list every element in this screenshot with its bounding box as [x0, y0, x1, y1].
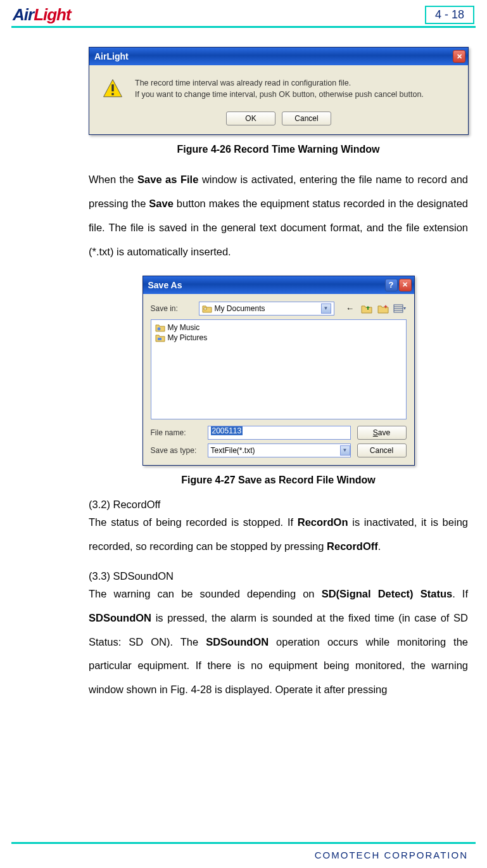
section-32-heading: (3.2) RecordOff [89, 499, 468, 511]
dialog-line2: If you want to change time interval, pus… [135, 89, 424, 101]
savetype-row: Save as type: TextFile(*.txt) ▼ Cancel [151, 444, 407, 457]
save-in-value: My Documents [215, 304, 265, 313]
save-in-row: Save in: My Documents ▼ ← [151, 302, 407, 316]
saveas-body: Save in: My Documents ▼ ← [143, 294, 414, 465]
logo-light: Light [34, 5, 71, 24]
folder-icon [155, 333, 165, 342]
file-item-label: My Music [168, 323, 200, 332]
saveas-title: Save As [148, 280, 385, 290]
folder-icon [202, 304, 212, 313]
paragraph-1: When the Save as File window is activate… [89, 168, 468, 264]
warning-dialog: AirLight ✕ The record time interval was … [89, 47, 469, 135]
list-item[interactable]: My Pictures [154, 333, 403, 343]
section-33-body: The warning can be sounded depending on … [89, 582, 468, 703]
dialog-titlebar[interactable]: AirLight ✕ [89, 48, 468, 65]
section-33-heading: (3.3) SDSoundON [89, 570, 468, 582]
save-in-label: Save in: [151, 304, 194, 313]
page-content: AirLight ✕ The record time interval was … [0, 28, 487, 702]
filename-row: File name: 2005113 Save [151, 426, 407, 440]
logo: AirLight [13, 5, 71, 25]
dialog-line1: The record time interval was already rea… [135, 78, 424, 89]
ok-button[interactable]: OK [226, 112, 275, 125]
new-folder-icon[interactable] [376, 302, 390, 316]
dialog-title: AirLight [94, 51, 453, 61]
svg-point-6 [157, 327, 160, 330]
up-folder-icon[interactable] [360, 302, 374, 316]
footer-rule [11, 842, 476, 844]
help-icon[interactable]: ? [385, 279, 398, 291]
back-icon[interactable]: ← [343, 302, 357, 316]
cancel-button[interactable]: Cancel [357, 444, 407, 457]
saveas-titlebar[interactable]: Save As ? ✕ [143, 276, 414, 294]
filename-label: File name: [151, 428, 201, 437]
svg-rect-0 [111, 84, 113, 91]
close-icon[interactable]: ✕ [399, 279, 412, 291]
save-as-dialog: Save As ? ✕ Save in: My Documents ▼ ← [142, 276, 415, 466]
save-in-combo[interactable]: My Documents ▼ [199, 302, 334, 316]
list-item[interactable]: My Music [154, 322, 403, 333]
logo-air: Air [13, 5, 34, 24]
close-icon[interactable]: ✕ [453, 50, 465, 63]
dialog-buttons: OK Cancel [102, 112, 455, 125]
dialog-message: The record time interval was already rea… [135, 78, 424, 100]
page-header: AirLight 4 - 18 [0, 0, 487, 25]
file-item-label: My Pictures [168, 333, 208, 342]
toolbar-icons: ← ▾ [343, 302, 407, 316]
filename-value: 2005113 [211, 426, 243, 435]
view-menu-icon[interactable]: ▾ [393, 302, 407, 316]
cancel-button[interactable]: Cancel [282, 112, 331, 125]
svg-rect-1 [111, 93, 113, 95]
footer-text: COMOTECH CORPORATION [315, 850, 468, 860]
chevron-down-icon[interactable]: ▼ [321, 303, 331, 314]
svg-rect-7 [158, 338, 161, 340]
saveas-bottom: File name: 2005113 Save Save as type: Te… [151, 426, 407, 457]
savetype-label: Save as type: [151, 446, 201, 455]
chevron-down-icon[interactable]: ▼ [340, 445, 350, 456]
filename-input[interactable]: 2005113 [208, 426, 351, 440]
save-button[interactable]: Save [357, 426, 407, 440]
dialog-message-row: The record time interval was already rea… [102, 78, 455, 100]
page-number: 4 - 18 [425, 6, 474, 24]
folder-icon [155, 323, 165, 332]
savetype-value: TextFile(*.txt) [211, 446, 340, 455]
section-32-body: The status of being recorded is stopped.… [89, 511, 468, 559]
figure-caption-2: Figure 4-27 Save as Record File Window [89, 475, 468, 486]
dialog-body: The record time interval was already rea… [89, 65, 468, 134]
savetype-combo[interactable]: TextFile(*.txt) ▼ [208, 444, 351, 457]
file-list[interactable]: My Music My Pictures [151, 319, 407, 419]
figure-caption-1: Figure 4-26 Record Time Warning Window [89, 144, 468, 155]
warning-icon [102, 78, 123, 99]
